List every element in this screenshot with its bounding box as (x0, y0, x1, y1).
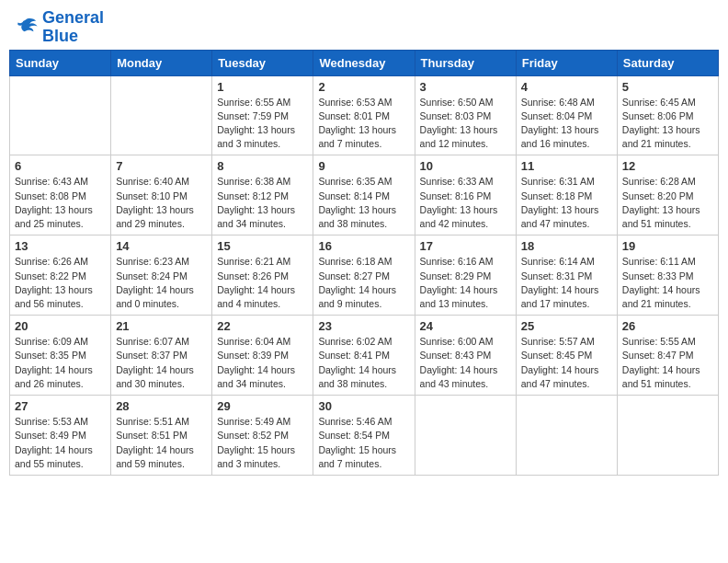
day-number: 18 (521, 239, 612, 253)
day-cell: 26Sunrise: 5:55 AM Sunset: 8:47 PM Dayli… (617, 316, 718, 396)
weekday-header-tuesday: Tuesday (212, 50, 313, 75)
day-number: 7 (116, 159, 207, 173)
day-cell: 14Sunrise: 6:23 AM Sunset: 8:24 PM Dayli… (111, 236, 212, 316)
logo: General Blue (13, 9, 104, 46)
day-info: Sunrise: 6:35 AM Sunset: 8:14 PM Dayligh… (318, 175, 409, 231)
day-info: Sunrise: 6:16 AM Sunset: 8:29 PM Dayligh… (420, 255, 511, 311)
day-info: Sunrise: 6:55 AM Sunset: 7:59 PM Dayligh… (217, 96, 308, 152)
day-cell: 7Sunrise: 6:40 AM Sunset: 8:10 PM Daylig… (111, 155, 212, 236)
day-info: Sunrise: 6:40 AM Sunset: 8:10 PM Dayligh… (116, 175, 207, 231)
day-info: Sunrise: 6:26 AM Sunset: 8:22 PM Dayligh… (15, 255, 106, 311)
day-info: Sunrise: 6:31 AM Sunset: 8:18 PM Dayligh… (521, 175, 612, 231)
weekday-header-friday: Friday (516, 50, 617, 75)
day-cell: 23Sunrise: 6:02 AM Sunset: 8:41 PM Dayli… (313, 316, 415, 396)
day-number: 1 (217, 80, 308, 94)
day-cell (415, 396, 516, 476)
day-info: Sunrise: 5:53 AM Sunset: 8:49 PM Dayligh… (15, 415, 106, 471)
day-cell (10, 75, 111, 155)
day-info: Sunrise: 6:23 AM Sunset: 8:24 PM Dayligh… (116, 255, 207, 311)
day-number: 28 (116, 399, 207, 413)
day-info: Sunrise: 6:11 AM Sunset: 8:33 PM Dayligh… (622, 255, 713, 311)
day-number: 27 (15, 399, 106, 413)
day-number: 17 (420, 239, 511, 253)
logo-icon (13, 15, 39, 40)
week-row-5: 27Sunrise: 5:53 AM Sunset: 8:49 PM Dayli… (10, 396, 719, 476)
day-number: 24 (420, 319, 511, 333)
day-cell: 12Sunrise: 6:28 AM Sunset: 8:20 PM Dayli… (617, 155, 718, 236)
day-info: Sunrise: 6:02 AM Sunset: 8:41 PM Dayligh… (318, 335, 409, 391)
day-cell: 2Sunrise: 6:53 AM Sunset: 8:01 PM Daylig… (313, 75, 415, 155)
day-info: Sunrise: 6:09 AM Sunset: 8:35 PM Dayligh… (15, 335, 106, 391)
day-info: Sunrise: 6:45 AM Sunset: 8:06 PM Dayligh… (622, 96, 713, 152)
day-number: 25 (521, 319, 612, 333)
day-number: 20 (15, 319, 106, 333)
calendar-table: SundayMondayTuesdayWednesdayThursdayFrid… (9, 50, 719, 476)
day-number: 2 (318, 80, 409, 94)
day-number: 15 (217, 239, 308, 253)
day-number: 5 (622, 80, 713, 94)
weekday-header-sunday: Sunday (10, 50, 111, 75)
day-info: Sunrise: 6:48 AM Sunset: 8:04 PM Dayligh… (521, 96, 612, 152)
day-info: Sunrise: 6:04 AM Sunset: 8:39 PM Dayligh… (217, 335, 308, 391)
day-cell: 17Sunrise: 6:16 AM Sunset: 8:29 PM Dayli… (415, 236, 516, 316)
day-cell: 22Sunrise: 6:04 AM Sunset: 8:39 PM Dayli… (212, 316, 313, 396)
weekday-header-saturday: Saturday (617, 50, 718, 75)
weekday-header-monday: Monday (111, 50, 212, 75)
weekday-header-wednesday: Wednesday (313, 50, 415, 75)
day-number: 19 (622, 239, 713, 253)
week-row-2: 6Sunrise: 6:43 AM Sunset: 8:08 PM Daylig… (10, 155, 719, 236)
day-cell (516, 396, 617, 476)
day-info: Sunrise: 5:49 AM Sunset: 8:52 PM Dayligh… (217, 415, 308, 471)
day-cell: 19Sunrise: 6:11 AM Sunset: 8:33 PM Dayli… (617, 236, 718, 316)
day-info: Sunrise: 6:38 AM Sunset: 8:12 PM Dayligh… (217, 175, 308, 231)
day-cell: 18Sunrise: 6:14 AM Sunset: 8:31 PM Dayli… (516, 236, 617, 316)
day-number: 29 (217, 399, 308, 413)
day-cell: 30Sunrise: 5:46 AM Sunset: 8:54 PM Dayli… (313, 396, 415, 476)
day-info: Sunrise: 6:18 AM Sunset: 8:27 PM Dayligh… (318, 255, 409, 311)
day-cell: 24Sunrise: 6:00 AM Sunset: 8:43 PM Dayli… (415, 316, 516, 396)
day-cell: 6Sunrise: 6:43 AM Sunset: 8:08 PM Daylig… (10, 155, 111, 236)
day-number: 16 (318, 239, 409, 253)
weekday-header-thursday: Thursday (415, 50, 516, 75)
day-cell: 4Sunrise: 6:48 AM Sunset: 8:04 PM Daylig… (516, 75, 617, 155)
day-cell: 29Sunrise: 5:49 AM Sunset: 8:52 PM Dayli… (212, 396, 313, 476)
day-info: Sunrise: 5:51 AM Sunset: 8:51 PM Dayligh… (116, 415, 207, 471)
day-number: 6 (15, 159, 106, 173)
day-number: 14 (116, 239, 207, 253)
day-number: 11 (521, 159, 612, 173)
day-number: 21 (116, 319, 207, 333)
day-info: Sunrise: 6:28 AM Sunset: 8:20 PM Dayligh… (622, 175, 713, 231)
day-cell: 5Sunrise: 6:45 AM Sunset: 8:06 PM Daylig… (617, 75, 718, 155)
day-info: Sunrise: 6:07 AM Sunset: 8:37 PM Dayligh… (116, 335, 207, 391)
week-row-1: 1Sunrise: 6:55 AM Sunset: 7:59 PM Daylig… (10, 75, 719, 155)
day-cell: 15Sunrise: 6:21 AM Sunset: 8:26 PM Dayli… (212, 236, 313, 316)
week-row-4: 20Sunrise: 6:09 AM Sunset: 8:35 PM Dayli… (10, 316, 719, 396)
day-info: Sunrise: 6:14 AM Sunset: 8:31 PM Dayligh… (521, 255, 612, 311)
day-info: Sunrise: 6:50 AM Sunset: 8:03 PM Dayligh… (420, 96, 511, 152)
day-info: Sunrise: 6:00 AM Sunset: 8:43 PM Dayligh… (420, 335, 511, 391)
day-cell: 20Sunrise: 6:09 AM Sunset: 8:35 PM Dayli… (10, 316, 111, 396)
week-row-3: 13Sunrise: 6:26 AM Sunset: 8:22 PM Dayli… (10, 236, 719, 316)
day-info: Sunrise: 6:43 AM Sunset: 8:08 PM Dayligh… (15, 175, 106, 231)
day-cell: 21Sunrise: 6:07 AM Sunset: 8:37 PM Dayli… (111, 316, 212, 396)
day-info: Sunrise: 5:57 AM Sunset: 8:45 PM Dayligh… (521, 335, 612, 391)
day-cell (617, 396, 718, 476)
day-info: Sunrise: 6:33 AM Sunset: 8:16 PM Dayligh… (420, 175, 511, 231)
day-number: 23 (318, 319, 409, 333)
day-number: 30 (318, 399, 409, 413)
day-cell: 11Sunrise: 6:31 AM Sunset: 8:18 PM Dayli… (516, 155, 617, 236)
day-number: 22 (217, 319, 308, 333)
day-cell: 25Sunrise: 5:57 AM Sunset: 8:45 PM Dayli… (516, 316, 617, 396)
day-number: 10 (420, 159, 511, 173)
day-cell: 27Sunrise: 5:53 AM Sunset: 8:49 PM Dayli… (10, 396, 111, 476)
day-info: Sunrise: 6:21 AM Sunset: 8:26 PM Dayligh… (217, 255, 308, 311)
day-cell: 9Sunrise: 6:35 AM Sunset: 8:14 PM Daylig… (313, 155, 415, 236)
day-cell (111, 75, 212, 155)
day-number: 8 (217, 159, 308, 173)
day-cell: 3Sunrise: 6:50 AM Sunset: 8:03 PM Daylig… (415, 75, 516, 155)
day-number: 4 (521, 80, 612, 94)
day-cell: 8Sunrise: 6:38 AM Sunset: 8:12 PM Daylig… (212, 155, 313, 236)
day-number: 3 (420, 80, 511, 94)
day-cell: 10Sunrise: 6:33 AM Sunset: 8:16 PM Dayli… (415, 155, 516, 236)
weekday-header-row: SundayMondayTuesdayWednesdayThursdayFrid… (10, 50, 719, 75)
